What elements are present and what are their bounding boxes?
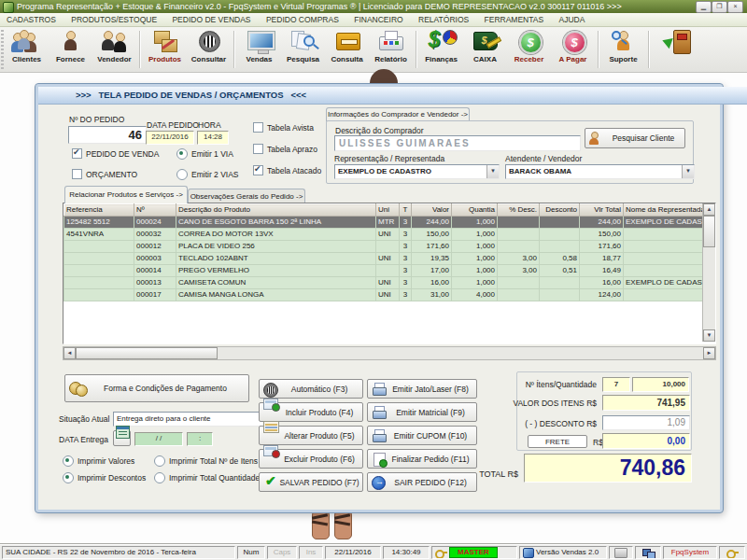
entrega-hora-field[interactable]: : <box>187 432 213 446</box>
scroll-down-icon[interactable]: ▼ <box>703 329 715 342</box>
toolbar-item-fornecedor[interactable]: Fornece <box>49 27 92 72</box>
chevron-down-icon[interactable]: ▼ <box>486 165 499 178</box>
col-header[interactable]: Nome da Representada <box>624 204 703 217</box>
scroll-thumb[interactable] <box>76 347 218 359</box>
col-header[interactable]: Valor <box>412 204 452 217</box>
representacao-label: Representação / Representada <box>334 154 444 163</box>
imprimir-total-quantidade-radio[interactable]: Imprimir Total Quantidade <box>154 472 260 483</box>
tab-relacionar-produtos[interactable]: Relacionar Produtos e Serviços -> <box>64 186 188 203</box>
col-header[interactable]: T <box>400 204 412 217</box>
imprimir-valores-radio[interactable]: Imprimir Valores <box>63 455 134 467</box>
toolbar-item-suporte[interactable]: Suporte <box>601 27 645 72</box>
horizontal-scrollbar[interactable]: ◄ ► <box>63 346 716 360</box>
toolbar-item-pesquisa[interactable]: Pesquisa <box>281 27 325 72</box>
frete-button[interactable]: FRETE <box>528 435 587 448</box>
tabela-avista-checkbox[interactable]: Tabela Avista <box>253 122 314 133</box>
table-row[interactable]: 000017CAMISA MANGA LONGAUNI331,004,00012… <box>64 289 703 301</box>
col-header[interactable]: Descrição do Produto <box>176 204 376 217</box>
forma-pagamento-button[interactable]: Forma e Condições de Pagamento <box>64 374 249 402</box>
tab-observacoes-pedido[interactable]: Observações Gerais do Pedido -> <box>188 189 305 203</box>
emitir-2-vias-radio[interactable]: Emitir 2 VIAS <box>176 169 239 180</box>
toolbar-item-caixa[interactable]: CAIXA <box>463 27 507 72</box>
cell: UNI <box>376 253 400 265</box>
alterar-produto-button[interactable]: Alterar Produto (F5) <box>259 426 363 445</box>
scroll-right-icon[interactable]: ► <box>703 347 715 359</box>
cell <box>498 289 540 301</box>
toolbar-item-produtos[interactable]: Produtos <box>143 27 187 72</box>
finance-dollar-icon: $ <box>426 29 458 54</box>
numero-pedido-input[interactable]: 46 <box>68 126 147 144</box>
imprimir-total-itens-radio[interactable]: Imprimir Total Nº de Itens <box>154 455 258 467</box>
menu-ajuda[interactable]: AJUDA <box>553 13 592 26</box>
status-network[interactable] <box>635 546 661 559</box>
col-header[interactable]: Uni <box>376 204 400 217</box>
menu-ferramentas[interactable]: FERRAMENTAS <box>478 13 551 26</box>
entrega-data-field[interactable]: / / <box>134 432 183 446</box>
num-itens-field: 7 <box>602 377 630 392</box>
automatico-button[interactable]: Automático (F3) <box>259 379 363 399</box>
excluir-produto-button[interactable]: Excluir Produto (F6) <box>259 449 363 469</box>
col-header[interactable]: Desconto <box>540 204 580 217</box>
vertical-scrollbar[interactable]: ▲ ▼ <box>702 203 715 342</box>
toolbar-item-vendas[interactable]: Vendas <box>237 27 281 72</box>
table-row[interactable]: 000013CAMISETA COMUNUNI316,001,00016,00E… <box>64 277 703 289</box>
menu-relatorios[interactable]: RELATÓRIOS <box>412 13 475 26</box>
tabela-atacado-checkbox[interactable]: Tabela Atacado <box>253 165 321 175</box>
toolbar-item-relatorio[interactable]: Relatório <box>369 27 413 72</box>
scroll-left-icon[interactable]: ◄ <box>63 347 76 359</box>
col-header[interactable]: Referencia <box>64 204 134 217</box>
toolbar-item-financas[interactable]: $ Finanças <box>419 27 463 72</box>
menu-pedido-vendas[interactable]: PEDIDO DE VENDAS <box>165 13 257 26</box>
finalizar-pedido-button[interactable]: Finalizar Pedido (F11) <box>367 449 477 469</box>
representacao-dropdown[interactable]: EXEMPLO DE CADASTRO ▼ <box>334 164 500 179</box>
tabela-aprazo-checkbox[interactable]: Tabela Aprazo <box>253 144 317 154</box>
scroll-up-icon[interactable]: ▲ <box>703 203 715 216</box>
situacao-atual-dropdown[interactable]: Entrega direto para o cliente ▼ <box>113 412 278 427</box>
toolbar-item-consultar[interactable]: Consultar <box>187 27 231 72</box>
toolbar-item-clientes[interactable]: Clientes <box>5 27 49 72</box>
close-button[interactable]: × <box>727 1 743 13</box>
table-row[interactable]: 000003TECLADO 102ABNTUNI319,351,0003,000… <box>64 253 703 265</box>
pedido-venda-checkbox[interactable]: PEDIDO DE VENDA <box>72 148 159 159</box>
menu-cadastros[interactable]: CADASTROS <box>0 13 63 26</box>
imprimir-descontos-radio[interactable]: Imprimir Descontos <box>63 472 146 483</box>
desconto-input[interactable]: 1,09 <box>602 415 690 430</box>
table-row[interactable]: 000012PLACA DE VIDEO 2563171,601,000171,… <box>64 241 703 253</box>
emitir-jato-laser-button[interactable]: Emitir Jato/Laser (F8) <box>367 379 477 399</box>
toolbar-item-receber[interactable]: Receber <box>507 27 551 72</box>
menu-produtos-estoque[interactable]: PRODUTOS/ESTOQUE <box>64 13 163 26</box>
atendente-dropdown[interactable]: BARACK OBAMA ▼ <box>505 164 695 179</box>
scroll-thumb[interactable] <box>703 216 715 247</box>
restore-button[interactable]: ❐ <box>712 1 727 13</box>
minimize-button[interactable]: ▁ <box>696 1 712 13</box>
toolbar-item-a-pagar[interactable]: A Pagar <box>551 27 595 72</box>
emitir-cupom-button[interactable]: Emitir CUPOM (F10) <box>367 426 477 445</box>
menu-pedido-compras[interactable]: PEDIDO COMPRAS <box>260 13 345 26</box>
calendar-button[interactable] <box>113 430 131 446</box>
pesquisar-cliente-button[interactable]: Pesquisar Cliente <box>585 128 685 148</box>
table-row[interactable]: 4541VNRA000032CORREA DO MOTOR 13VXUNI315… <box>64 229 703 241</box>
toolbar-item-vendedor[interactable]: Vendedor <box>92 27 136 72</box>
menu-financeiro[interactable]: FINANCEIRO <box>347 13 409 26</box>
dialog-title[interactable]: >>> TELA PEDIDO DE VENDAS / ORÇAMENTOS <… <box>38 87 747 105</box>
emitir-1-via-radio[interactable]: Emitir 1 VIA <box>176 148 233 160</box>
col-header[interactable]: % Desc. <box>498 204 540 217</box>
col-header[interactable]: Vlr Total <box>580 204 624 217</box>
table-row[interactable]: 000014PREGO VERMELHO317,001,0003,000,511… <box>64 265 703 277</box>
cell: 3,00 <box>498 265 540 277</box>
incluir-produto-button[interactable]: Incluir Produto (F4) <box>259 402 363 422</box>
col-header[interactable]: Quantia <box>452 204 498 217</box>
comprador-input[interactable]: ULISSES GUIMARAES <box>334 135 581 151</box>
table-row-selected[interactable]: 125482 5512000024CANO DE ESGOTO BARRA 15… <box>64 217 703 229</box>
tab-informacoes-comprador[interactable]: Informações do Comprador e Vendedor -> <box>326 107 470 121</box>
col-header[interactable]: Nº <box>134 204 176 217</box>
emitir-matricial-button[interactable]: Emitir Matricial (F9) <box>367 402 477 422</box>
status-printer[interactable] <box>609 546 633 559</box>
chevron-down-icon[interactable]: ▼ <box>682 165 694 178</box>
toolbar-item-consulta[interactable]: Consulta <box>325 27 369 72</box>
toolbar-item-sair[interactable] <box>652 27 704 72</box>
cell <box>624 265 703 277</box>
window-titlebar[interactable]: Programa Representação + Estoque & Finan… <box>0 0 747 13</box>
orcamento-checkbox[interactable]: ORÇAMENTO <box>72 169 137 179</box>
salvar-pedido-button[interactable]: SALVAR PEDIDO (F7) <box>259 472 363 492</box>
